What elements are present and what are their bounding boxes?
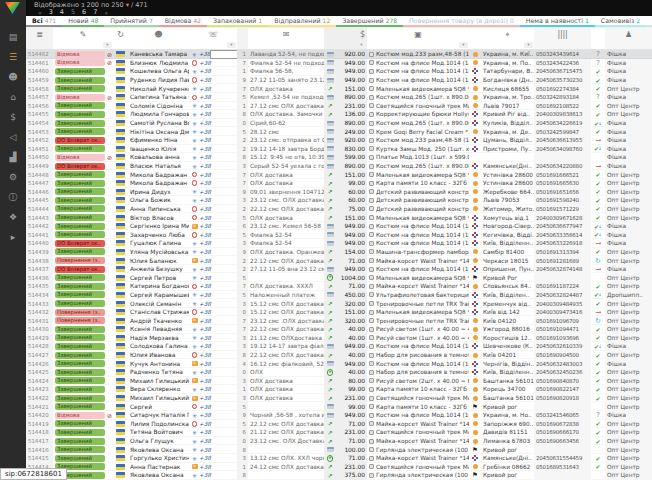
tracking-number[interactable]: 0501690822147	[534, 385, 591, 394]
phone-cell[interactable]: +38	[189, 437, 237, 446]
status-column-header[interactable]: ✎▾	[53, 28, 113, 49]
client-name[interactable]: Кошелева Ольга Ар..	[128, 67, 189, 76]
status-badge[interactable]: Завершений⊘	[53, 359, 113, 368]
address-column-header[interactable]: ⌖▾	[481, 28, 534, 49]
phone-cell[interactable]: +38	[189, 196, 237, 205]
tracking-number[interactable]: 0503242893184	[534, 93, 591, 102]
table-row[interactable]: 514444 Завершений⊘ Анна Липенська +38 2 …	[26, 205, 652, 214]
client-name[interactable]: Юлия Иванова	[128, 351, 189, 360]
group-column-header[interactable]: ♟	[605, 28, 652, 49]
tracking-number[interactable]: 0501691571229	[534, 205, 591, 214]
phone-cell[interactable]: +38	[189, 213, 237, 222]
tracking-number[interactable]: 0501692108522	[534, 102, 591, 111]
tab-Повернення товару (в дорозі)[interactable]: Повернення товару (в дорозі)0	[403, 16, 520, 27]
table-row[interactable]: 514431 Повернення (з..⊘ Андрій Ткаченко …	[26, 316, 652, 325]
status-badge[interactable]: Завершений⊘	[53, 299, 113, 308]
phone-cell[interactable]: +38	[189, 153, 237, 162]
table-row[interactable]: 514424 Завершений⊘ Михаил Гилецький +38 …	[26, 377, 652, 386]
phone-cell[interactable]: +38	[189, 316, 237, 325]
client-name[interactable]: Власюк Наталья	[128, 162, 189, 171]
table-row[interactable]: 514451 Завершений⊘ Іващенко Юлія +38 2 1…	[26, 145, 652, 154]
tab-Запакований[interactable]: Запакований1	[207, 16, 268, 27]
client-name[interactable]: Катерина Богданова	[128, 282, 189, 291]
payment-column-header[interactable]	[324, 28, 336, 49]
client-name[interactable]: Анна Липенська	[128, 205, 189, 214]
status-badge[interactable]: Відмова⊘	[53, 50, 113, 59]
source-column-header[interactable]: ↻	[113, 28, 128, 49]
tracking-number[interactable]: 20450636715475	[534, 67, 591, 76]
tracking-number[interactable]: 0501690663456	[534, 437, 591, 446]
table-row[interactable]: 514419 Завершений⊘ Лилия Подолинская +38…	[26, 420, 652, 429]
client-name[interactable]: Надія Мерзаєва	[128, 334, 189, 343]
integrations-icon[interactable]: ❖	[0, 207, 26, 227]
phone-cell[interactable]: +38	[189, 265, 237, 274]
tracking-number[interactable]: 0501691598240	[534, 196, 591, 205]
phone-cell[interactable]: +38	[189, 411, 237, 420]
status-badge[interactable]: Завершений⊘	[53, 230, 113, 239]
phone-cell[interactable]: +38	[189, 291, 237, 300]
tracking-number[interactable]: 20450632483003	[534, 359, 591, 368]
phone-cell[interactable]: +38	[189, 222, 237, 231]
client-name[interactable]: Ксенія Левадняя	[128, 325, 189, 334]
status-badge[interactable]: Завершений⊘	[53, 273, 113, 282]
orders-icon[interactable]: ☰	[0, 47, 26, 67]
client-name[interactable]: Сергей	[128, 402, 189, 411]
status-badge[interactable]: DO Возврат ок..⊘	[53, 162, 113, 171]
table-row[interactable]: 514420 Відмова⊘ Ситарчук Наталія Гр.. +3…	[26, 411, 652, 420]
table-row[interactable]: 514438 Повернення (з..⊘ Юлия Баланюк +38…	[26, 256, 652, 265]
table-row[interactable]: 514459 Завершений⊘ Руденко Лидия Пав.. +…	[26, 76, 652, 85]
client-name[interactable]: Руденко Лидия Пав..	[128, 76, 189, 85]
page-size-caret-icon[interactable]: ▾	[126, 1, 129, 9]
tracking-number[interactable]: 0501689531643	[534, 463, 591, 472]
table-row[interactable]: 514434 Завершений⊘ Сергей Карамышев +38 …	[26, 291, 652, 300]
phone-column-header[interactable]: ☏▾	[189, 28, 237, 49]
table-row[interactable]: 514448 Завершений⊘ Микола Бадражан +38 7…	[26, 170, 652, 179]
client-name[interactable]: Соломія Сідоніна	[128, 102, 189, 111]
settings-icon[interactable]: ⚙	[0, 167, 26, 187]
id-column-header[interactable]: ≣	[26, 28, 53, 49]
tracking-number[interactable]: 20450633226918	[534, 239, 591, 248]
status-badge[interactable]: Завершений⊘	[53, 342, 113, 351]
days-column-header[interactable]	[237, 28, 248, 49]
client-name[interactable]: Іващенко Юлія	[128, 145, 189, 154]
table-row[interactable]: 514415 Завершений⊘ Горгулько Христина.. …	[26, 454, 652, 463]
table-row[interactable]: 514460 Завершений⊘ Кошелева Ольга Ар.. +…	[26, 67, 652, 76]
tracking-number[interactable]: 0501692274384	[534, 84, 591, 93]
tracking-number[interactable]: 0501690820918	[534, 394, 591, 403]
tab-Прийнятий[interactable]: Прийнятий7	[104, 16, 159, 27]
status-badge[interactable]: Завершений⊘	[53, 179, 113, 188]
table-row[interactable]: 514456 Завершений⊘ Соломія Сідоніна +38 …	[26, 102, 652, 111]
status-badge[interactable]: Завершений⊘	[53, 102, 113, 111]
table-row[interactable]: 514429 Завершений⊘ Надія Мерзаєва +38 3 …	[26, 334, 652, 343]
product-column-header[interactable]: ▣▾	[367, 28, 469, 49]
client-name[interactable]: Сергей Петров	[128, 273, 189, 282]
last-page-button[interactable]: »	[104, 9, 108, 16]
phone-cell[interactable]: +38	[189, 256, 237, 265]
status-badge[interactable]: DO Возврат ок..⊘	[53, 136, 113, 145]
status-badge[interactable]: Повернення (з..⊘	[53, 308, 113, 317]
phone-cell[interactable]: +38	[189, 205, 237, 214]
tracking-number[interactable]	[534, 402, 591, 411]
tracking-number[interactable]: 20450636677947	[534, 222, 591, 231]
client-name[interactable]: Михаил Гилецький	[128, 377, 189, 386]
tracking-number[interactable]: 0501691665630	[534, 179, 591, 188]
comment-column-header[interactable]: ✉	[248, 28, 324, 49]
client-name[interactable]: Ольга Глущук	[128, 437, 189, 446]
status-badge[interactable]: Завершений⊘	[53, 454, 113, 463]
table-row[interactable]: 514450 Відмова⊘ Ковальова анна +38 8 15.…	[26, 153, 652, 162]
dashboard-icon[interactable]: ▤	[0, 27, 26, 47]
client-name[interactable]: Горгулько Христина..	[128, 454, 189, 463]
client-name[interactable]: Анжела Безушку	[128, 265, 189, 274]
client-name[interactable]: Лилия Подолинская	[128, 420, 189, 429]
filter-caret-icon[interactable]: ▾	[459, 42, 468, 48]
phone-cell[interactable]: +38	[189, 351, 237, 360]
tracking-number[interactable]: 0501690666170	[534, 428, 591, 437]
tracking-number[interactable]: 20450635730230	[534, 76, 591, 85]
status-badge[interactable]: Завершений⊘	[53, 282, 113, 291]
status-badge[interactable]: Завершений⊘	[53, 110, 113, 119]
status-badge[interactable]: Завершений⊘	[53, 213, 113, 222]
phone-cell[interactable]: +38	[189, 127, 237, 136]
tracking-number[interactable]: 20450636613955	[534, 136, 591, 145]
status-badge[interactable]: Завершений⊘	[53, 127, 113, 136]
table-row[interactable]: 514417 Завершений⊘ Ольга Глущук +38 0 23…	[26, 437, 652, 446]
